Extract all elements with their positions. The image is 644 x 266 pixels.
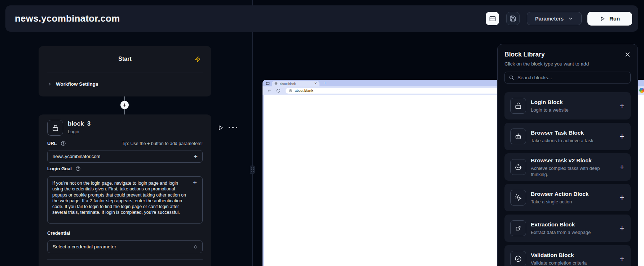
unlock-icon: [510, 98, 526, 114]
save-icon: [510, 15, 516, 22]
login-block-card[interactable]: block_3 Login URL Tip: Use the + button …: [39, 114, 211, 266]
search-icon: [509, 75, 514, 80]
help-circle-icon[interactable]: [75, 166, 81, 171]
add-block-icon[interactable]: +: [616, 132, 625, 141]
add-block-icon[interactable]: +: [616, 102, 625, 110]
credential-select[interactable]: Select a credential parameter: [47, 240, 203, 253]
login-goal-shell: If you're not on the login page, navigat…: [47, 176, 203, 224]
run-button[interactable]: Run: [587, 12, 632, 26]
parameters-tip: Tip: Use the + button to add parameters!: [122, 141, 203, 146]
block-library-list: Login Block Login to a website + Browser…: [504, 92, 631, 266]
pane-divider: [252, 0, 253, 266]
run-block-button[interactable]: [217, 125, 224, 131]
login-goal-textarea[interactable]: If you're not on the login page, navigat…: [48, 177, 202, 223]
block-item-title: Extraction Block: [531, 221, 616, 228]
close-icon[interactable]: [625, 51, 631, 58]
block-item-description: Take a single action: [531, 199, 616, 205]
block-item-description: Extract data from a webpage: [531, 229, 616, 235]
browser-panel-button[interactable]: [486, 12, 499, 25]
add-block-icon[interactable]: +: [616, 254, 625, 263]
block-item-title: Login Block: [531, 99, 616, 106]
help-circle-icon[interactable]: [61, 141, 66, 146]
start-block-card[interactable]: Start Workflow Settings: [39, 46, 211, 96]
workflow-settings-label: Workflow Settings: [56, 81, 98, 87]
add-block-between-button[interactable]: +: [120, 101, 129, 109]
info-circle-icon: [289, 89, 292, 93]
page-title: news.ycombinator.com: [15, 13, 120, 24]
block-library-panel: Block Library Click on the block type yo…: [497, 44, 638, 266]
chevrons-up-down-icon: [193, 244, 202, 249]
url-input-shell: +: [47, 150, 203, 163]
new-tab-icon: +: [324, 81, 326, 86]
block-menu-button[interactable]: [229, 127, 237, 128]
start-block-title: Start: [39, 56, 211, 62]
block-item-description: Achieve complex tasks with deep thinking…: [531, 165, 616, 177]
chevron-right-icon: [47, 82, 52, 86]
block-library-title: Block Library: [504, 50, 545, 58]
block-type-label: Login: [68, 129, 79, 134]
block-item-title: Browser Task v2 Block: [531, 157, 616, 164]
login-goal-label: Login Goal: [47, 166, 72, 171]
block-library-item[interactable]: Browser Task v2 Block Achieve complex ta…: [504, 153, 631, 181]
search-box: [504, 72, 631, 84]
credential-label: Credential: [47, 230, 70, 236]
block-item-description: Validate completion criteria: [531, 260, 616, 266]
unlock-icon: [47, 120, 63, 136]
address-text: about:blank: [295, 89, 313, 93]
block-name: block_3: [68, 120, 91, 127]
search-input[interactable]: [517, 75, 626, 80]
block-library-item[interactable]: Login Block Login to a website +: [504, 92, 631, 120]
back-arrow-icon: [267, 89, 272, 93]
block-item-description: Take actions to achieve a task.: [531, 137, 616, 144]
block-item-title: Validation Block: [531, 252, 616, 259]
block-library-item[interactable]: Validation Block Validate completion cri…: [504, 245, 631, 266]
block-item-description: Login to a website: [531, 107, 616, 113]
browser-tab: about:blank ✕: [272, 81, 319, 86]
add-block-icon[interactable]: +: [616, 224, 625, 233]
window-icon: [266, 81, 270, 85]
save-button[interactable]: [506, 12, 520, 25]
credential-placeholder: Select a credential parameter: [48, 244, 193, 249]
pane-resize-handle[interactable]: [250, 166, 255, 174]
play-icon: [600, 16, 605, 22]
check-circle-icon: [510, 251, 526, 266]
robot-icon: [510, 159, 526, 175]
workflow-settings-toggle[interactable]: Workflow Settings: [47, 78, 98, 90]
tab-title: about:blank: [280, 82, 312, 86]
divider: [47, 260, 203, 260]
globe-icon: [274, 82, 278, 85]
profile-avatar: [639, 88, 644, 93]
reload-icon: [276, 89, 281, 93]
parameters-label: Parameters: [535, 16, 564, 22]
block-library-item[interactable]: Extraction Block Extract data from a web…: [504, 215, 631, 242]
add-block-icon[interactable]: +: [616, 163, 625, 171]
block-library-item[interactable]: Browser Task Block Take actions to achie…: [504, 123, 631, 150]
block-library-subtitle: Click on the block type you want to add: [504, 61, 631, 67]
run-label: Run: [609, 15, 620, 22]
add-block-icon[interactable]: +: [616, 193, 625, 202]
url-input[interactable]: [48, 154, 189, 159]
add-parameter-icon[interactable]: +: [188, 179, 202, 186]
divider: [47, 72, 203, 72]
browser-window-icon: [489, 15, 496, 22]
top-header: news.ycombinator.com Parameters Run: [5, 5, 638, 32]
add-parameter-icon[interactable]: +: [189, 153, 202, 160]
robot-icon: [510, 129, 526, 144]
extract-icon: [510, 220, 526, 236]
cursor-click-icon: [510, 190, 526, 206]
block-library-item[interactable]: Browser Action Block Take a single actio…: [504, 184, 631, 211]
lightning-bolt-icon: [195, 56, 201, 62]
chevron-down-icon: [568, 16, 573, 21]
block-item-title: Browser Action Block: [531, 190, 616, 198]
parameters-button[interactable]: Parameters: [527, 12, 582, 25]
close-tab-icon: ✕: [314, 82, 317, 85]
block-item-title: Browser Task Block: [531, 129, 616, 136]
url-label: URL: [47, 141, 57, 146]
